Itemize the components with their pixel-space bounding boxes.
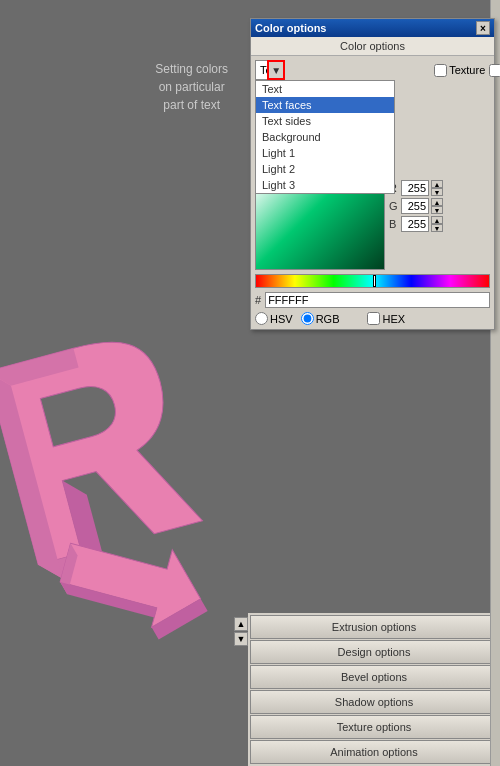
texture-options-button[interactable]: Texture options — [250, 715, 498, 739]
b-row: B ▲ ▼ — [389, 216, 490, 232]
texture-checkbox[interactable] — [434, 64, 447, 77]
hex-hash-label: # — [255, 294, 261, 306]
rgb-radio[interactable] — [301, 312, 314, 325]
dropdown-item-text[interactable]: Text — [256, 81, 394, 97]
hsv-label: HSV — [270, 313, 293, 325]
g-label: G — [389, 200, 399, 212]
g-up-btn[interactable]: ▲ — [431, 198, 443, 206]
hex-input[interactable] — [265, 292, 490, 308]
rgb-label: RGB — [316, 313, 340, 325]
dropdown-item-text-faces[interactable]: Text faces — [256, 97, 394, 113]
rgb-radio-label[interactable]: RGB — [301, 312, 340, 325]
window-titlebar: Color options × — [251, 19, 494, 37]
design-options-button[interactable]: Design options — [250, 640, 498, 664]
extrusion-options-button[interactable]: Extrusion options — [250, 615, 498, 639]
hsv-radio[interactable] — [255, 312, 268, 325]
r-row: R ▲ ▼ — [389, 180, 490, 196]
hsv-radio-label[interactable]: HSV — [255, 312, 293, 325]
dropdown-arrow-button[interactable]: ▼ — [267, 60, 285, 80]
bevel-options-button[interactable]: Bevel options — [250, 665, 498, 689]
dropdown-item-text-sides[interactable]: Text sides — [256, 113, 394, 129]
texture-label: Texture — [449, 64, 485, 76]
dropdown-item-light3[interactable]: Light 3 — [256, 177, 394, 193]
window-content: Text ▼ Text Text faces Text sides Backgr… — [251, 56, 494, 329]
dropdown-row: Text ▼ Text Text faces Text sides Backgr… — [255, 60, 490, 80]
radio-row: HSV RGB HEX — [255, 312, 490, 325]
hex-checkbox[interactable] — [367, 312, 380, 325]
window-subtitle: Color options — [251, 37, 494, 56]
tint-checkbox[interactable] — [489, 64, 500, 77]
scroll-down-btn[interactable]: ▼ — [234, 632, 248, 646]
hue-bar[interactable] — [255, 274, 490, 288]
dropdown-item-light2[interactable]: Light 2 — [256, 161, 394, 177]
hue-cursor — [373, 275, 376, 287]
hex-row: # — [255, 292, 490, 308]
animation-options-button[interactable]: Animation options — [250, 740, 498, 764]
g-spinner[interactable]: ▲ ▼ — [431, 198, 443, 214]
bottom-buttons-panel: Extrusion options Design options Bevel o… — [248, 613, 500, 766]
color-options-window: Color options × Color options Text ▼ Tex… — [250, 18, 495, 330]
hex-radio-label[interactable]: HEX — [367, 312, 405, 325]
window-title: Color options — [255, 22, 327, 34]
shadow-options-button[interactable]: Shadow options — [250, 690, 498, 714]
dropdown-item-background[interactable]: Background — [256, 129, 394, 145]
rgb-sliders: R ▲ ▼ G ▲ ▼ — [389, 180, 490, 270]
g-down-btn[interactable]: ▼ — [431, 206, 443, 214]
window-close-button[interactable]: × — [476, 21, 490, 35]
b-up-btn[interactable]: ▲ — [431, 216, 443, 224]
b-spinner[interactable]: ▲ ▼ — [431, 216, 443, 232]
r-down-btn[interactable]: ▼ — [431, 188, 443, 196]
canvas-area: Setting colors on particular part of tex… — [0, 0, 248, 766]
g-input[interactable] — [401, 198, 429, 214]
scroll-buttons[interactable]: ▲ ▼ — [234, 617, 248, 646]
hex-mode-label: HEX — [382, 313, 405, 325]
3d-canvas — [0, 0, 234, 766]
b-label: B — [389, 218, 399, 230]
r-up-btn[interactable]: ▲ — [431, 180, 443, 188]
tint-checkbox-label[interactable]: Tint — [489, 64, 500, 77]
r-input[interactable] — [401, 180, 429, 196]
g-row: G ▲ ▼ — [389, 198, 490, 214]
b-input[interactable] — [401, 216, 429, 232]
dropdown-list: Text Text faces Text sides Background Li… — [255, 80, 395, 194]
scroll-up-btn[interactable]: ▲ — [234, 617, 248, 631]
b-down-btn[interactable]: ▼ — [431, 224, 443, 232]
texture-checkbox-label[interactable]: Texture — [434, 64, 485, 77]
dropdown-item-light1[interactable]: Light 1 — [256, 145, 394, 161]
r-spinner[interactable]: ▲ ▼ — [431, 180, 443, 196]
color-target-dropdown-container: Text ▼ Text Text faces Text sides Backgr… — [255, 60, 285, 80]
